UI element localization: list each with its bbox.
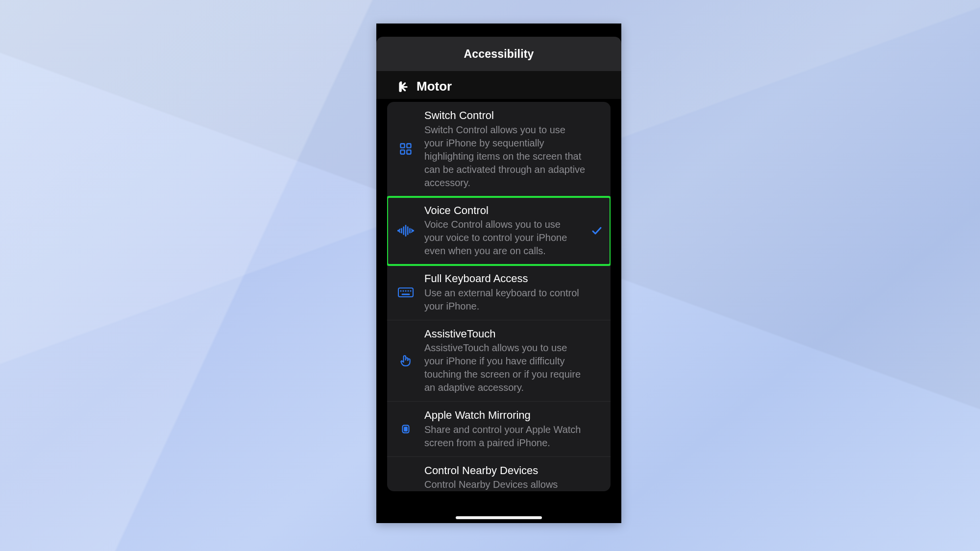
row-desc: Control Nearby Devices allows xyxy=(424,478,576,491)
row-voice-control[interactable]: Voice Control Voice Control allows you t… xyxy=(387,197,611,265)
apple-watch-icon xyxy=(396,419,416,439)
row-texts: AssistiveTouch AssistiveTouch allows you… xyxy=(424,327,590,395)
section-header-motor: Motor xyxy=(376,71,621,99)
row-texts: Apple Watch Mirroring Share and control … xyxy=(424,408,586,450)
row-switch-control[interactable]: Switch Control Switch Control allows you… xyxy=(387,102,611,197)
home-indicator[interactable] xyxy=(456,516,542,519)
row-apple-watch-mirroring[interactable]: Apple Watch Mirroring Share and control … xyxy=(387,402,611,457)
svg-rect-3 xyxy=(407,150,411,154)
svg-rect-17 xyxy=(404,427,408,431)
row-title: Control Nearby Devices xyxy=(424,464,576,478)
nav-header: Accessibility xyxy=(376,37,621,71)
svg-rect-9 xyxy=(398,288,413,297)
row-title: Switch Control xyxy=(424,109,587,122)
page-title: Accessibility xyxy=(464,48,534,61)
svg-rect-2 xyxy=(401,150,405,154)
row-desc: Switch Control allows you to use your iP… xyxy=(424,123,587,190)
row-texts: Full Keyboard Access Use an external key… xyxy=(424,272,584,313)
phone-frame: Accessibility Motor Switch Control Swit xyxy=(376,24,621,523)
section-title-text: Motor xyxy=(416,79,452,94)
row-title: Apple Watch Mirroring xyxy=(424,408,582,422)
row-texts: Switch Control Switch Control allows you… xyxy=(424,109,590,190)
row-title: AssistiveTouch xyxy=(424,327,586,341)
row-texts: Control Nearby Devices Control Nearby De… xyxy=(424,464,580,492)
motor-hand-icon xyxy=(396,80,410,94)
switch-control-grid-icon xyxy=(396,139,416,159)
row-full-keyboard-access[interactable]: Full Keyboard Access Use an external key… xyxy=(387,265,611,320)
assistivetouch-hand-icon xyxy=(396,351,416,370)
row-desc: Voice Control allows you to use your voi… xyxy=(424,218,578,258)
row-assistivetouch[interactable]: AssistiveTouch AssistiveTouch allows you… xyxy=(387,320,611,402)
row-control-nearby-devices[interactable]: Control Nearby Devices Control Nearby De… xyxy=(387,457,611,492)
row-desc: Share and control your Apple Watch scree… xyxy=(424,423,582,450)
status-bar xyxy=(376,24,621,37)
row-desc: AssistiveTouch allows you to use your iP… xyxy=(424,341,586,394)
checkmark-icon xyxy=(591,225,603,237)
motor-options-list: Switch Control Switch Control allows you… xyxy=(387,102,611,491)
row-desc: Use an external keyboard to control your… xyxy=(424,287,580,313)
svg-rect-1 xyxy=(407,144,411,148)
row-title: Voice Control xyxy=(424,204,578,217)
row-title: Full Keyboard Access xyxy=(424,272,580,286)
row-texts: Voice Control Voice Control allows you t… xyxy=(424,204,582,258)
svg-rect-0 xyxy=(401,144,405,148)
keyboard-icon xyxy=(396,283,416,302)
voice-control-waveform-icon xyxy=(396,221,416,240)
